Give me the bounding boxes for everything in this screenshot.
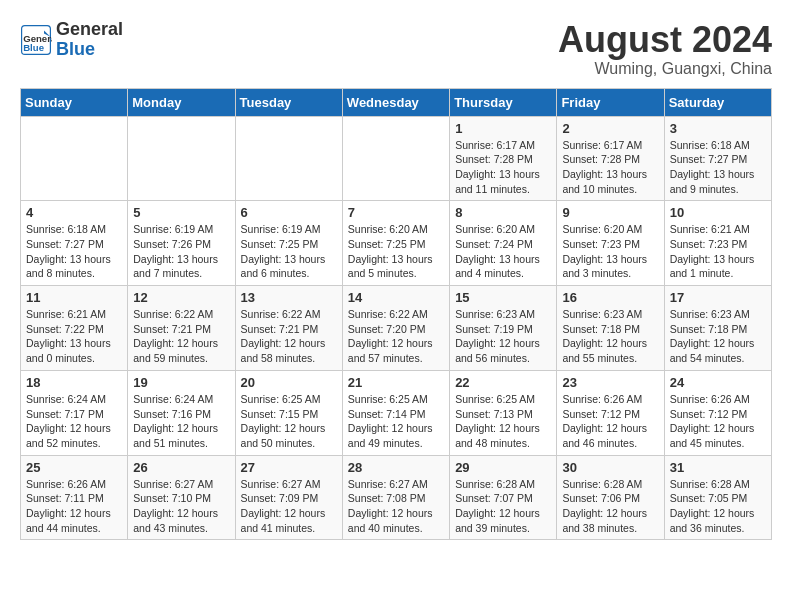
calendar-cell: 6Sunrise: 6:19 AM Sunset: 7:25 PM Daylig… [235,201,342,286]
calendar-cell: 31Sunrise: 6:28 AM Sunset: 7:05 PM Dayli… [664,455,771,540]
calendar-cell: 12Sunrise: 6:22 AM Sunset: 7:21 PM Dayli… [128,286,235,371]
day-number: 1 [455,121,551,136]
day-number: 27 [241,460,337,475]
day-info: Sunrise: 6:23 AM Sunset: 7:18 PM Dayligh… [562,307,658,366]
calendar-cell: 17Sunrise: 6:23 AM Sunset: 7:18 PM Dayli… [664,286,771,371]
day-info: Sunrise: 6:26 AM Sunset: 7:12 PM Dayligh… [670,392,766,451]
weekday-header-thursday: Thursday [450,88,557,116]
day-info: Sunrise: 6:17 AM Sunset: 7:28 PM Dayligh… [562,138,658,197]
day-info: Sunrise: 6:21 AM Sunset: 7:22 PM Dayligh… [26,307,122,366]
day-info: Sunrise: 6:24 AM Sunset: 7:17 PM Dayligh… [26,392,122,451]
day-info: Sunrise: 6:18 AM Sunset: 7:27 PM Dayligh… [670,138,766,197]
weekday-header-friday: Friday [557,88,664,116]
calendar-cell: 7Sunrise: 6:20 AM Sunset: 7:25 PM Daylig… [342,201,449,286]
day-info: Sunrise: 6:25 AM Sunset: 7:15 PM Dayligh… [241,392,337,451]
calendar-cell: 18Sunrise: 6:24 AM Sunset: 7:17 PM Dayli… [21,370,128,455]
logo-icon: General Blue [20,24,52,56]
svg-text:Blue: Blue [23,42,44,53]
calendar-table: SundayMondayTuesdayWednesdayThursdayFrid… [20,88,772,541]
weekday-header-wednesday: Wednesday [342,88,449,116]
calendar-cell [342,116,449,201]
calendar-cell: 3Sunrise: 6:18 AM Sunset: 7:27 PM Daylig… [664,116,771,201]
day-number: 28 [348,460,444,475]
day-info: Sunrise: 6:23 AM Sunset: 7:18 PM Dayligh… [670,307,766,366]
day-info: Sunrise: 6:28 AM Sunset: 7:07 PM Dayligh… [455,477,551,536]
calendar-cell: 30Sunrise: 6:28 AM Sunset: 7:06 PM Dayli… [557,455,664,540]
day-number: 17 [670,290,766,305]
calendar-cell [128,116,235,201]
day-info: Sunrise: 6:27 AM Sunset: 7:09 PM Dayligh… [241,477,337,536]
week-row-3: 11Sunrise: 6:21 AM Sunset: 7:22 PM Dayli… [21,286,772,371]
day-info: Sunrise: 6:25 AM Sunset: 7:14 PM Dayligh… [348,392,444,451]
day-info: Sunrise: 6:23 AM Sunset: 7:19 PM Dayligh… [455,307,551,366]
calendar-cell: 24Sunrise: 6:26 AM Sunset: 7:12 PM Dayli… [664,370,771,455]
day-info: Sunrise: 6:19 AM Sunset: 7:26 PM Dayligh… [133,222,229,281]
day-info: Sunrise: 6:17 AM Sunset: 7:28 PM Dayligh… [455,138,551,197]
logo: General Blue General Blue [20,20,123,60]
calendar-cell: 13Sunrise: 6:22 AM Sunset: 7:21 PM Dayli… [235,286,342,371]
day-number: 19 [133,375,229,390]
day-number: 12 [133,290,229,305]
day-number: 5 [133,205,229,220]
day-number: 21 [348,375,444,390]
calendar-cell: 27Sunrise: 6:27 AM Sunset: 7:09 PM Dayli… [235,455,342,540]
week-row-1: 1Sunrise: 6:17 AM Sunset: 7:28 PM Daylig… [21,116,772,201]
day-number: 10 [670,205,766,220]
calendar-cell: 20Sunrise: 6:25 AM Sunset: 7:15 PM Dayli… [235,370,342,455]
calendar-cell: 9Sunrise: 6:20 AM Sunset: 7:23 PM Daylig… [557,201,664,286]
day-info: Sunrise: 6:27 AM Sunset: 7:10 PM Dayligh… [133,477,229,536]
day-info: Sunrise: 6:27 AM Sunset: 7:08 PM Dayligh… [348,477,444,536]
day-number: 11 [26,290,122,305]
calendar-cell: 26Sunrise: 6:27 AM Sunset: 7:10 PM Dayli… [128,455,235,540]
day-number: 13 [241,290,337,305]
day-info: Sunrise: 6:26 AM Sunset: 7:12 PM Dayligh… [562,392,658,451]
calendar-cell: 5Sunrise: 6:19 AM Sunset: 7:26 PM Daylig… [128,201,235,286]
day-number: 9 [562,205,658,220]
calendar-cell: 11Sunrise: 6:21 AM Sunset: 7:22 PM Dayli… [21,286,128,371]
day-info: Sunrise: 6:28 AM Sunset: 7:06 PM Dayligh… [562,477,658,536]
calendar-cell: 2Sunrise: 6:17 AM Sunset: 7:28 PM Daylig… [557,116,664,201]
day-info: Sunrise: 6:20 AM Sunset: 7:23 PM Dayligh… [562,222,658,281]
day-number: 8 [455,205,551,220]
day-number: 25 [26,460,122,475]
calendar-cell: 28Sunrise: 6:27 AM Sunset: 7:08 PM Dayli… [342,455,449,540]
weekday-header-row: SundayMondayTuesdayWednesdayThursdayFrid… [21,88,772,116]
day-info: Sunrise: 6:20 AM Sunset: 7:25 PM Dayligh… [348,222,444,281]
day-info: Sunrise: 6:22 AM Sunset: 7:21 PM Dayligh… [241,307,337,366]
sub-title: Wuming, Guangxi, China [558,60,772,78]
week-row-4: 18Sunrise: 6:24 AM Sunset: 7:17 PM Dayli… [21,370,772,455]
title-area: August 2024 Wuming, Guangxi, China [558,20,772,78]
day-info: Sunrise: 6:21 AM Sunset: 7:23 PM Dayligh… [670,222,766,281]
calendar-cell: 19Sunrise: 6:24 AM Sunset: 7:16 PM Dayli… [128,370,235,455]
weekday-header-tuesday: Tuesday [235,88,342,116]
day-info: Sunrise: 6:20 AM Sunset: 7:24 PM Dayligh… [455,222,551,281]
day-number: 22 [455,375,551,390]
calendar-cell: 22Sunrise: 6:25 AM Sunset: 7:13 PM Dayli… [450,370,557,455]
day-number: 15 [455,290,551,305]
day-info: Sunrise: 6:25 AM Sunset: 7:13 PM Dayligh… [455,392,551,451]
day-number: 16 [562,290,658,305]
calendar-cell [235,116,342,201]
calendar-cell: 1Sunrise: 6:17 AM Sunset: 7:28 PM Daylig… [450,116,557,201]
day-number: 23 [562,375,658,390]
calendar-cell: 29Sunrise: 6:28 AM Sunset: 7:07 PM Dayli… [450,455,557,540]
day-info: Sunrise: 6:22 AM Sunset: 7:20 PM Dayligh… [348,307,444,366]
weekday-header-saturday: Saturday [664,88,771,116]
day-number: 20 [241,375,337,390]
calendar-cell: 10Sunrise: 6:21 AM Sunset: 7:23 PM Dayli… [664,201,771,286]
week-row-5: 25Sunrise: 6:26 AM Sunset: 7:11 PM Dayli… [21,455,772,540]
calendar-cell: 4Sunrise: 6:18 AM Sunset: 7:27 PM Daylig… [21,201,128,286]
header: General Blue General Blue August 2024 Wu… [20,20,772,78]
day-number: 30 [562,460,658,475]
weekday-header-sunday: Sunday [21,88,128,116]
day-number: 2 [562,121,658,136]
calendar-cell: 21Sunrise: 6:25 AM Sunset: 7:14 PM Dayli… [342,370,449,455]
day-info: Sunrise: 6:19 AM Sunset: 7:25 PM Dayligh… [241,222,337,281]
calendar-cell: 15Sunrise: 6:23 AM Sunset: 7:19 PM Dayli… [450,286,557,371]
calendar-cell: 25Sunrise: 6:26 AM Sunset: 7:11 PM Dayli… [21,455,128,540]
day-number: 29 [455,460,551,475]
weekday-header-monday: Monday [128,88,235,116]
week-row-2: 4Sunrise: 6:18 AM Sunset: 7:27 PM Daylig… [21,201,772,286]
day-number: 4 [26,205,122,220]
day-info: Sunrise: 6:28 AM Sunset: 7:05 PM Dayligh… [670,477,766,536]
